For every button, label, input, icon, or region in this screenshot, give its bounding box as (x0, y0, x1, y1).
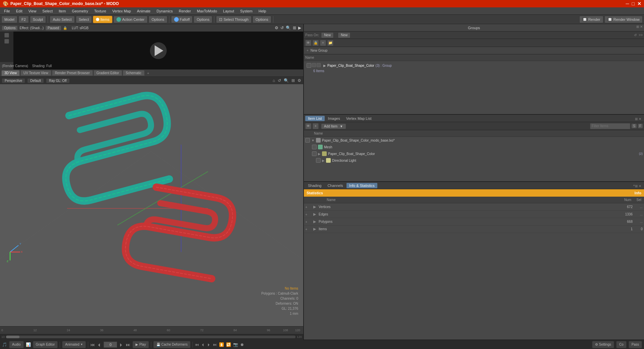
timeline-scrollbar[interactable]: 10 120 (0, 334, 303, 340)
group-render-btn[interactable] (317, 63, 321, 67)
add-item-button[interactable]: Add Item ▼ (321, 124, 346, 129)
il-arrow-2[interactable]: ▶ (318, 152, 321, 156)
items-button[interactable]: Items (93, 16, 112, 23)
stat-add-edges[interactable]: + (305, 212, 309, 216)
menu-item-dynamics[interactable]: Dynamics (154, 8, 175, 14)
itemlist-close-icon[interactable]: ✕ (639, 117, 641, 121)
group-lock-btn[interactable] (312, 63, 316, 67)
groups-folder-btn[interactable]: 📁 (327, 40, 333, 46)
il-arrow-3[interactable]: ▶ (322, 159, 325, 162)
groups-lock-btn[interactable]: 🔒 (313, 40, 319, 46)
transport-icon-6[interactable]: 🔁 (226, 342, 231, 347)
cache-deformers-button[interactable]: 💾 Cache Deformers (153, 341, 191, 348)
menu-item-texture[interactable]: Texture (92, 8, 109, 14)
auto-select-button[interactable]: Auto Select (50, 16, 74, 23)
stat-add-vertices[interactable]: + (305, 205, 309, 209)
minimize-button[interactable]: ─ (626, 1, 629, 6)
il-eye-0[interactable] (305, 138, 310, 143)
transport-icon-5[interactable]: ⏫ (219, 342, 224, 347)
transport-icon-1[interactable]: ⏮ (195, 342, 199, 347)
stat-expand-vertices[interactable]: ▶ (313, 205, 317, 209)
tab-item-list[interactable]: Item List (305, 116, 325, 121)
il-arrow-0[interactable]: ▼ (311, 139, 315, 142)
viewer-icon-3[interactable]: 🔍 (286, 26, 291, 30)
viewer-icon-5[interactable]: ▶ (298, 26, 301, 30)
perspective-label[interactable]: Perspective (2, 79, 25, 83)
tab-gradient[interactable]: Gradient Editor (94, 70, 122, 76)
select-through-button[interactable]: ⊡ Select Through (216, 16, 251, 23)
co-button[interactable]: Co (616, 341, 627, 348)
menu-item-vertex map[interactable]: Vertex Map (110, 8, 134, 14)
add-tab-button[interactable]: + (145, 70, 151, 76)
sculpt-button[interactable]: Sculpt (30, 16, 46, 23)
tab-shading[interactable]: Shading (305, 183, 324, 188)
groups-vis-btn[interactable]: 👁 (305, 40, 311, 46)
menu-item-edit[interactable]: Edit (13, 8, 25, 14)
f2-button[interactable]: F2 (18, 16, 29, 23)
play-button[interactable]: ▶ Play (132, 341, 149, 348)
timeline-track[interactable] (6, 336, 296, 338)
tab-schematic[interactable]: Schematic (123, 70, 145, 76)
il-row-mesh[interactable]: Mesh (304, 144, 644, 150)
tab-images[interactable]: Images (325, 116, 343, 121)
f-button[interactable]: F (638, 124, 643, 128)
vp-icon-refresh[interactable]: ↺ (278, 78, 281, 83)
transport-to-end[interactable]: ⏭ (126, 342, 130, 347)
select-btn[interactable]: Select (76, 16, 92, 23)
group-eye-btn[interactable] (307, 63, 311, 68)
tab-info-stats[interactable]: Info & Statistics (346, 183, 377, 188)
play-button[interactable] (150, 42, 167, 59)
transport-icon-8[interactable]: ⏺ (240, 342, 244, 347)
stat-expand-polygons[interactable]: ▶ (313, 219, 317, 224)
close-button[interactable]: ✕ (637, 1, 641, 6)
itemlist-vis-btn[interactable]: 👁 (305, 123, 311, 129)
menu-item-item[interactable]: Item (56, 8, 68, 14)
viewer-paused-label[interactable]: Paused (46, 26, 61, 30)
group-expand-arrow[interactable]: ▶ (323, 64, 326, 67)
menu-item-animate[interactable]: Animate (134, 8, 153, 14)
tab-channels[interactable]: Channels (325, 183, 345, 188)
timeline-thumb[interactable] (6, 336, 19, 338)
frame-input[interactable] (104, 342, 117, 348)
viewer-icon-1[interactable]: ⚙ (275, 26, 278, 30)
stats-close-icon[interactable]: ✕ (639, 184, 641, 188)
forward-icon[interactable]: >> (639, 33, 643, 37)
options-button[interactable]: Options (149, 16, 167, 23)
ray-gl-label[interactable]: Ray GL: Off (46, 79, 69, 83)
vp-icon-home[interactable]: ⌂ (273, 78, 275, 83)
timeline-ruler[interactable]: 0 12 24 36 48 60 72 84 96 108 120 (0, 327, 303, 334)
menu-item-system[interactable]: System (237, 8, 255, 14)
transport-to-start[interactable]: ⏮ (90, 342, 95, 347)
transport-icon-4[interactable]: ⏭ (213, 342, 217, 347)
titlebar-controls[interactable]: ─ □ ✕ (626, 1, 641, 6)
itemlist-expand-icon[interactable]: ⊞ (635, 117, 638, 121)
audio-button[interactable]: Audio (9, 341, 24, 348)
menu-item-help[interactable]: Help (256, 8, 269, 14)
viewer-icon-4[interactable]: ⊞ (293, 26, 296, 30)
pass-button[interactable]: Pass (629, 341, 642, 348)
transport-forward[interactable]: ⏵ (119, 342, 124, 347)
tab-uv-texture[interactable]: UV Texture View (20, 70, 51, 76)
stats-expand-icon[interactable]: ⊞ (635, 184, 638, 188)
tab-render-preset[interactable]: Render Preset Browser (52, 70, 93, 76)
il-eye-3[interactable] (316, 158, 321, 163)
falloff-options-button[interactable]: Options (194, 16, 212, 23)
settings-button[interactable]: ⚙ Settings (592, 341, 614, 348)
groups-add-btn[interactable]: + (320, 40, 326, 46)
viewer-tool-1[interactable] (4, 33, 9, 38)
il-row-folder[interactable]: ▶ Paper_Clip_Boat_Shape_Color (2) (304, 150, 644, 157)
stat-add-polygons[interactable]: + (305, 220, 309, 224)
vp-icon-settings[interactable]: ⚙ (298, 78, 301, 83)
model-button[interactable]: Model (1, 16, 17, 23)
tab-vertex-map[interactable]: Vertex Map List (343, 116, 374, 121)
viewer-icon-2[interactable]: ↺ (280, 26, 284, 30)
animated-button[interactable]: Animated ▼ (62, 341, 86, 348)
maximize-button[interactable]: □ (632, 1, 635, 6)
transport-back[interactable]: ⏴ (97, 342, 102, 347)
itemlist-add-btn[interactable]: + (313, 123, 319, 129)
default-label[interactable]: Default (28, 79, 44, 83)
canvas-area[interactable]: Y X Z No Items Polygons : Catmull-Clark … (0, 84, 303, 326)
tab-3d-view[interactable]: 3D View (1, 70, 20, 76)
menu-item-file[interactable]: File (1, 8, 13, 14)
menu-item-maxtomodo[interactable]: MaxToModo (194, 8, 220, 14)
